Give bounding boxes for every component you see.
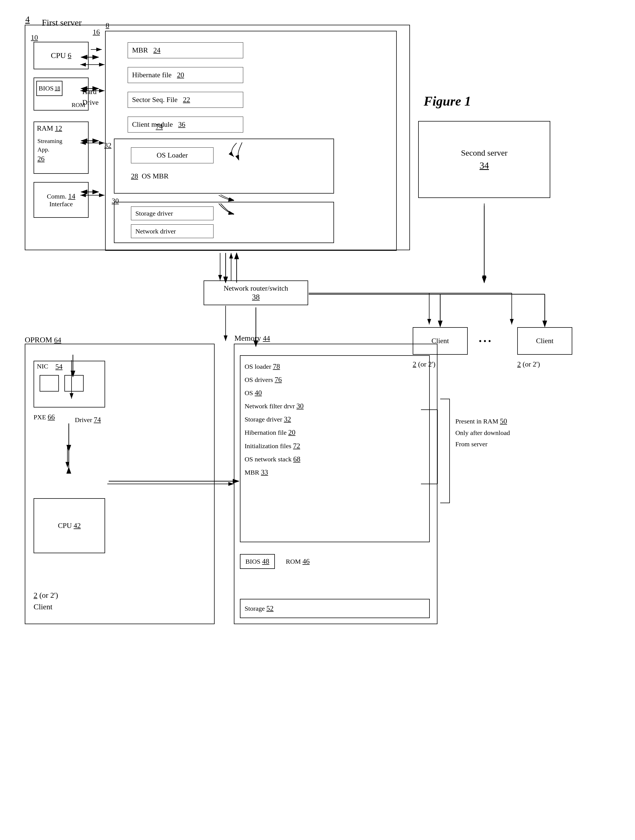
streaming-app: StreamingApp. 26	[34, 135, 88, 166]
dots-separator: ···	[479, 334, 493, 348]
ram-box: RAM 12 StreamingApp. 26	[33, 122, 89, 174]
mem-item-0: OS loader 78	[245, 360, 425, 373]
bios-18: 18	[55, 85, 60, 92]
second-server-box: Second server 34	[418, 121, 550, 198]
bios-number-label: 10	[31, 33, 38, 42]
mem-item-7: OS network stack 68	[245, 453, 425, 466]
client-right-2-sub: 2 (or 2')	[517, 360, 540, 368]
ram-number: 12	[55, 124, 62, 133]
client-device-label: 2 (or 2')Client	[33, 589, 58, 613]
storage-bottom: Storage 52	[240, 599, 430, 618]
present-in-ram-text: Present in RAM 50 Only after download Fr…	[455, 415, 510, 450]
bios-inner-box: BIOS 18	[36, 81, 62, 96]
bios-bottom: BIOS 48	[240, 554, 275, 569]
mem-item-4: Storage driver 32	[245, 413, 425, 426]
cpu-number: 6	[68, 51, 71, 60]
bios-rom-row: BIOS 48 ROM 46	[240, 551, 430, 572]
bios-label: BIOS	[38, 85, 54, 92]
driver-label: Driver 74	[75, 416, 101, 424]
cpu-label: CPU	[51, 51, 66, 60]
client-device-box: NIC 54 PXE 66 Driver 74 CPU 42 2 (or 2')…	[25, 344, 215, 624]
figure-label: Figure 1	[424, 93, 471, 109]
label-74: 74	[156, 123, 163, 131]
oprom-label: OPROM 64	[25, 335, 61, 344]
rom-bottom: ROM 46	[286, 557, 310, 565]
mem-item-8: MBR 33	[245, 466, 425, 479]
memory-box: Memory 44 OS loader 78 OS drivers 76 OS …	[234, 344, 437, 624]
storage-driver-box: Storage driver	[131, 207, 214, 220]
sector-item: Sector Seq. File 22	[128, 92, 243, 108]
bios-rom-container: BIOS 18 ROM	[33, 77, 89, 111]
second-server-number: 34	[480, 160, 489, 171]
mbr-item: MBR 24	[128, 43, 243, 58]
first-server-box: 4 First server CPU 6 16 10 BIOS 18 ROM R…	[25, 25, 410, 250]
mem-item-5: Hibernation file 20	[245, 426, 425, 439]
mem-item-6: Initialization files 72	[245, 439, 425, 453]
cpu-bottom-box: CPU 42	[33, 498, 105, 553]
second-server-label: Second server	[461, 148, 507, 158]
label-32: 32	[104, 141, 111, 150]
os-mbr-label: 28 OS MBR	[131, 172, 169, 180]
network-router-box: Network router/switch 38	[204, 281, 308, 305]
cpu-box: CPU 6	[33, 42, 89, 69]
memory-content-area: OS loader 78 OS drivers 76 OS 40 Network…	[240, 355, 430, 542]
client-right-1-box: Client	[413, 327, 468, 355]
nic-inner-right	[64, 375, 84, 392]
pxe-label: PXE 66	[33, 413, 55, 421]
drivers-box: 30 Storage driver Network driver	[114, 202, 334, 243]
comm-label: Comm. 14Interface	[47, 192, 75, 208]
nic-box: NIC 54	[33, 361, 105, 407]
hard-drive-box: 8 HardDrive MBR 24 Hibernate file 20 Sec…	[105, 31, 397, 251]
mem-item-3: Network filter drvr 30	[245, 399, 425, 413]
hard-drive-number: 8	[106, 21, 109, 30]
network-router-label: Network router/switch 38	[224, 284, 288, 302]
hibernate-item: Hibernate file 20	[128, 67, 243, 83]
os-inner-box: 74 OS Loader 28 OS MBR	[114, 139, 334, 194]
os-loader-box: OS Loader	[131, 147, 214, 163]
nic-inner-left	[40, 375, 59, 392]
label-30: 30	[112, 197, 119, 205]
network-driver-box: Network driver	[131, 224, 214, 238]
mem-item-1: OS drivers 76	[245, 373, 425, 386]
comm-box: Comm. 14Interface	[33, 182, 89, 218]
arrow-16-label: 16	[93, 28, 100, 36]
nic-label-row: NIC 54	[37, 363, 62, 371]
first-server-label: First server	[42, 17, 82, 28]
first-server-number: 4	[25, 14, 30, 24]
client-right-1-sub: 2 (or 2')	[413, 360, 435, 368]
hard-drive-label: HardDrive	[82, 86, 98, 108]
memory-label: Memory 44	[234, 334, 270, 343]
client-right-2-box: Client	[517, 327, 572, 355]
ram-label-row: RAM 12	[34, 122, 88, 135]
ram-label: RAM	[37, 124, 53, 133]
mem-item-2: OS 40	[245, 386, 425, 399]
ram-bracket	[440, 399, 450, 503]
client-module-item: Client module 36	[128, 117, 243, 133]
